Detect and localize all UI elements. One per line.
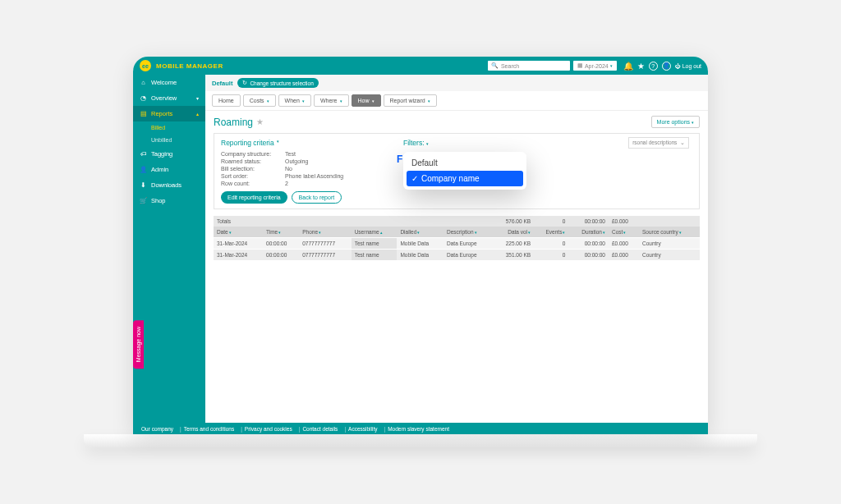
crit-value: No [285,166,292,172]
laptop-base [84,434,757,447]
col-description[interactable]: Description▾ [443,227,492,238]
crit-label: Row count: [221,181,285,186]
col-cost[interactable]: Cost▾ [609,227,639,238]
sidebar-item-welcome[interactable]: ⌂Welcome [133,75,205,90]
footer-terms[interactable]: Terms and conditions [177,426,234,432]
footer: Our company Terms and conditions Privacy… [133,423,708,434]
download-icon: ⬇ [140,181,147,189]
page-title: Roaming [214,117,253,128]
sidebar-sub-unbilled[interactable]: Unbilled [133,134,205,146]
logout-label: Log out [682,63,701,69]
col-time[interactable]: Time▾ [263,227,299,238]
footer-contact[interactable]: Contact details [296,426,338,432]
tab-label: When [285,98,300,103]
col-source[interactable]: Source country▾ [639,227,700,238]
help-icon[interactable]: ? [649,62,658,71]
col-date[interactable]: Date▾ [214,227,263,238]
crit-value: Phone label Ascending [285,173,343,179]
bell-icon[interactable]: 🔔 [623,62,633,71]
more-options-button[interactable]: More options ▾ [651,116,700,128]
criteria-panel: Reporting criteria▾ Filters: ▾ rsonal de… [214,133,700,209]
col-username[interactable]: Username▴ [352,227,398,238]
sidebar-label: Overview [151,94,177,102]
table-row[interactable]: 31-Mar-202400:00:0007777777777Test nameM… [214,238,700,250]
chevron-down-icon: ▾ [277,139,279,147]
star-icon[interactable]: ★ [637,62,645,71]
search-input[interactable]: 🔍 Search [488,61,570,71]
sidebar-item-tagging[interactable]: 🏷Tagging [133,146,205,162]
footer-privacy[interactable]: Privacy and cookies [238,426,292,432]
desc-select-text: rsonal descriptions [632,140,677,145]
favorite-star-icon[interactable]: ★ [256,117,264,126]
criteria-heading[interactable]: Reporting criteria▾ [221,139,279,147]
month-value: Apr-2024 [585,63,609,69]
totals-duration: 00:00:00 [568,216,609,227]
sidebar-label: Downloads [151,181,182,189]
table-row[interactable]: 31-Mar-202400:00:0007777777777Test nameM… [214,250,700,261]
month-picker[interactable]: ▦ Apr-2024 ▾ [573,61,617,71]
tab-row: Home Costs▾ When▾ Where▾ How▾ Report wiz… [205,91,708,111]
brand-logo: ee [140,60,151,71]
chevron-down-icon: ▾ [428,99,430,103]
main-content: Default ↻Change structure selection Home… [205,75,708,423]
totals-data-vol: 576.00 KB [492,216,534,227]
footer-accessibility[interactable]: Accessibility [342,426,377,432]
chevron-down-icon: ▾ [196,95,199,101]
chevron-down-icon: ▾ [426,141,429,146]
col-phone[interactable]: Phone▾ [299,227,351,238]
totals-events: 0 [534,216,568,227]
change-structure-label: Change structure selection [250,80,313,86]
sidebar-item-reports[interactable]: ▤Reports▴ [133,106,205,121]
sidebar-item-overview[interactable]: ◔Overview▾ [133,90,205,106]
totals-cost: £0.000 [609,216,639,227]
chevron-down-icon: ▾ [340,99,342,103]
back-to-report-button[interactable]: Back to report [292,191,342,204]
col-events[interactable]: Events▾ [534,227,568,238]
tab-home[interactable]: Home [212,94,241,107]
more-label: More options [657,119,690,125]
cart-icon: 🛒 [140,197,147,204]
tab-where[interactable]: Where▾ [314,94,349,107]
results-table: Totals 576.00 KB 0 00:00:00 £0.000 Date▾… [214,216,700,260]
sidebar-item-admin[interactable]: 👤Admin [133,162,205,177]
breadcrumb-bar: Default ↻Change structure selection [205,75,708,91]
col-duration[interactable]: Duration▾ [568,227,609,238]
tab-label: Home [218,98,234,103]
descriptions-select[interactable]: rsonal descriptions ⌄ [628,137,689,149]
page-title-row: Roaming ★ More options ▾ [214,116,700,128]
crit-value: 2 [285,181,288,186]
change-structure-button[interactable]: ↻Change structure selection [237,78,318,88]
sidebar-item-shop[interactable]: 🛒Shop [133,193,205,208]
totals-row: Totals 576.00 KB 0 00:00:00 £0.000 [214,216,700,227]
sidebar-item-downloads[interactable]: ⬇Downloads [133,177,205,193]
message-now-tab[interactable]: Message now [133,320,144,369]
filters-heading[interactable]: Filters: ▾ [403,139,429,147]
column-headers: Date▾ Time▾ Phone▾ Username▴ Dialled▾ De… [214,227,700,238]
chevron-down-icon: ▾ [610,63,613,68]
footer-slavery[interactable]: Modern slavery statement [381,426,449,432]
search-placeholder: Search [501,63,519,69]
tab-how[interactable]: How▾ [352,94,381,107]
logout-button[interactable]: ⏻ Log out [675,63,701,69]
calendar-icon: ▦ [577,62,583,69]
sidebar-label: Tagging [151,150,172,158]
sidebar-label: Admin [151,166,168,173]
user-icon[interactable]: 👤 [662,62,671,71]
crit-label: Company structure: [221,151,285,157]
dropdown-option-default[interactable]: Default [407,155,523,171]
tab-report-wizard[interactable]: Report wizard▾ [384,94,437,107]
sidebar-sub-billed[interactable]: Billed [133,121,205,134]
crit-label: Roamed status: [221,158,285,164]
home-icon: ⌂ [140,79,147,86]
sidebar: ⌂Welcome ◔Overview▾ ▤Reports▴ Billed Unb… [133,75,205,423]
chevron-down-icon: ▾ [372,99,375,103]
col-dialled[interactable]: Dialled▾ [397,227,443,238]
footer-company[interactable]: Our company [141,426,173,432]
tab-when[interactable]: When▾ [278,94,311,107]
tab-costs[interactable]: Costs▾ [243,94,276,107]
crit-value: Outgoing [285,158,308,164]
dropdown-option-company-name[interactable]: ✓Company name [407,171,523,186]
edit-criteria-button[interactable]: Edit reporting criteria [221,191,287,204]
chevron-down-icon: ▾ [302,99,305,103]
col-data-vol[interactable]: Data vol▾ [492,227,534,238]
